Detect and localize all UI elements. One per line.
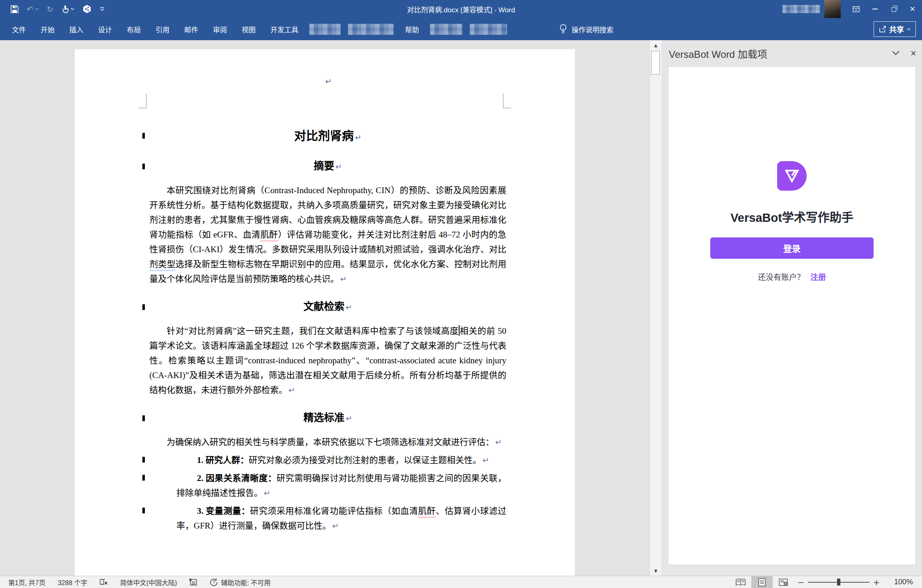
print-layout-icon	[758, 578, 766, 586]
page-indicator[interactable]: 第1页, 共7页	[8, 577, 46, 587]
zoom-level[interactable]: 100%	[883, 578, 913, 586]
proofing-errors-button[interactable]	[100, 579, 108, 586]
doc-paragraph[interactable]: 1. 研究人群：研究对象必须为接受对比剂注射的患者，以保证主题相关性。↵	[176, 453, 506, 467]
pilcrow-mark: ↵	[340, 274, 347, 283]
ribbon-tab-redacted[interactable]	[470, 24, 507, 35]
ribbon-tab[interactable]: 帮助	[398, 18, 426, 40]
web-layout-button[interactable]	[773, 576, 794, 588]
chevron-down-icon	[907, 28, 911, 30]
close-button[interactable]: ×	[903, 0, 922, 18]
ribbon-tab[interactable]: 文件	[5, 18, 33, 40]
restore-button[interactable]	[884, 0, 903, 18]
doc-paragraph[interactable]: ↵	[149, 76, 506, 85]
heading-text: 对比剂肾病	[294, 130, 354, 143]
ribbon-tab[interactable]: 设计	[91, 18, 119, 40]
panel-close-button[interactable]: ×	[911, 48, 916, 58]
document-canvas[interactable]: ↵对比剂肾病↵摘要↵本研究围绕对比剂肾病（Contrast-Induced Ne…	[0, 40, 661, 576]
ribbon-display-options-icon	[853, 6, 860, 12]
minimize-button[interactable]	[865, 0, 884, 18]
doc-heading[interactable]: 精选标准↵	[149, 410, 506, 426]
document-page[interactable]: ↵对比剂肾病↵摘要↵本研究围绕对比剂肾病（Contrast-Induced Ne…	[75, 49, 575, 576]
ribbon-tab[interactable]: 布局	[119, 18, 148, 40]
zoom-slider[interactable]	[808, 576, 869, 588]
scroll-down-button[interactable]: ▼	[650, 566, 661, 576]
document-text-area[interactable]: ↵对比剂肾病↵摘要↵本研究围绕对比剂肾病（Contrast-Induced Ne…	[149, 49, 506, 533]
accessibility-label: 辅助功能: 不可用	[221, 577, 270, 587]
ribbon-tab-redacted[interactable]	[430, 24, 462, 35]
ribbon-tab-redacted[interactable]	[348, 24, 394, 35]
ribbon-tab[interactable]: 邮件	[177, 18, 206, 40]
share-label: 共享	[889, 24, 904, 34]
text-run: 3. 变量测量：	[197, 506, 250, 516]
scroll-down-icon: ▼	[654, 569, 657, 573]
text-run: 肌酐	[261, 230, 278, 239]
scroll-up-button[interactable]: ▲	[650, 40, 661, 50]
doc-paragraph[interactable]: 为确保纳入研究的相关性与科学质量，本研究依据以下七项筛选标准对文献进行评估：↵	[149, 435, 506, 449]
macro-recording-button[interactable]	[189, 579, 197, 586]
language-button[interactable]: 简体中文(中国大陆)	[120, 577, 177, 587]
doc-paragraph[interactable]: 3. 变量测量：研究须采用标准化肾功能评估指标（如血清肌酐、估算肾小球滤过率，G…	[176, 504, 506, 533]
zoom-out-button[interactable]: −	[794, 577, 808, 587]
accessibility-status[interactable]: ? 辅助功能: 不可用	[210, 577, 270, 587]
pilcrow-mark: ↵	[325, 77, 332, 86]
zoom-slider-handle[interactable]	[837, 579, 840, 586]
heading-text: 文献检索	[304, 301, 345, 312]
doc-paragraph[interactable]: 本研究围绕对比剂肾病（Contrast-Induced Nephropathy,…	[149, 183, 506, 286]
doc-paragraph[interactable]: 针对“对比剂肾病”这一研究主题，我们在文献语料库中检索了与该领域高度相关的前 5…	[149, 324, 506, 397]
status-bar: 第1页, 共7页 3288 个字 简体中文(中国大陆)	[0, 576, 922, 588]
close-icon: ×	[910, 5, 915, 14]
ribbon-display-options-button[interactable]	[847, 0, 865, 18]
read-mode-button[interactable]	[730, 576, 751, 588]
share-button[interactable]: 共享	[874, 21, 916, 37]
pilcrow-mark: ↵	[336, 162, 342, 171]
versabot-logo	[777, 161, 807, 191]
macro-icon	[189, 579, 197, 586]
text-run: 研究须采用标准化肾功能评估指标（如血清	[250, 506, 418, 516]
user-avatar[interactable]	[824, 0, 841, 18]
panel-menu-button[interactable]	[892, 50, 900, 57]
lightbulb-icon	[559, 24, 567, 34]
text-run: 相关的前 50 篇学术论文。该语料库涵盖全球超过 126 个学术数据库资源，确保…	[149, 326, 506, 395]
addin-panel-title: VersaBot Word 加载项	[669, 46, 892, 61]
tell-me-search[interactable]: 操作说明搜索	[559, 18, 613, 40]
print-layout-button[interactable]	[751, 576, 773, 588]
restore-icon	[892, 7, 896, 12]
scrollbar-thumb[interactable]	[651, 51, 660, 75]
doc-heading[interactable]: 对比剂肾病↵	[149, 128, 506, 146]
login-button[interactable]: 登录	[710, 237, 874, 259]
zoom-in-button[interactable]: +	[869, 577, 883, 587]
doc-paragraph[interactable]: 2. 因果关系清晰度：研究需明确探讨对比剂使用与肾功能损害之间的因果关联，排除单…	[176, 471, 506, 500]
no-account-text: 还没有账户？	[758, 271, 805, 282]
minimize-icon	[872, 9, 878, 9]
register-link[interactable]: 注册	[810, 271, 826, 282]
doc-heading[interactable]: 摘要↵	[149, 159, 506, 174]
text-run: 1. 研究人群：	[197, 455, 249, 465]
svg-text:?: ?	[213, 580, 215, 585]
heading-text: 精选标准	[304, 412, 345, 423]
pilcrow-mark: ↵	[288, 385, 295, 394]
chevron-down-icon	[892, 50, 900, 55]
ribbon-tab[interactable]: 视图	[234, 18, 263, 40]
addin-panel-header: VersaBot Word 加载项 ×	[669, 44, 916, 62]
proofing-book-icon	[100, 579, 108, 586]
ribbon-tab[interactable]: 开始	[33, 18, 62, 40]
doc-heading[interactable]: 文献检索↵	[149, 299, 506, 315]
user-name-redacted	[782, 5, 820, 13]
ribbon-tab-bar: 文件开始插入设计布局引用邮件审阅视图开发工具帮助 操作说明搜索 共享	[0, 18, 922, 40]
ribbon-tab[interactable]: 开发工具	[263, 18, 306, 40]
ribbon-tab[interactable]: 审阅	[206, 18, 234, 40]
pilcrow-mark: ↵	[495, 438, 502, 447]
ribbon-tab[interactable]: 插入	[62, 18, 91, 40]
heading-text: 摘要	[314, 160, 334, 171]
word-count[interactable]: 3288 个字	[58, 577, 87, 587]
pilcrow-mark: ↵	[483, 456, 489, 465]
ribbon-tab[interactable]: 引用	[148, 18, 177, 40]
text-run: 剂类型	[149, 259, 176, 269]
pilcrow-mark: ↵	[346, 303, 352, 312]
share-icon	[879, 25, 886, 33]
text-run: 为确保纳入研究的相关性与科学质量，本研究依据以下七项筛选标准对文献进行评估：	[167, 437, 494, 447]
ribbon-tab-redacted[interactable]	[309, 24, 341, 35]
read-mode-icon	[736, 579, 746, 586]
vertical-scrollbar[interactable]: ▲ ▼	[650, 40, 661, 576]
accessibility-icon: ?	[210, 578, 218, 586]
